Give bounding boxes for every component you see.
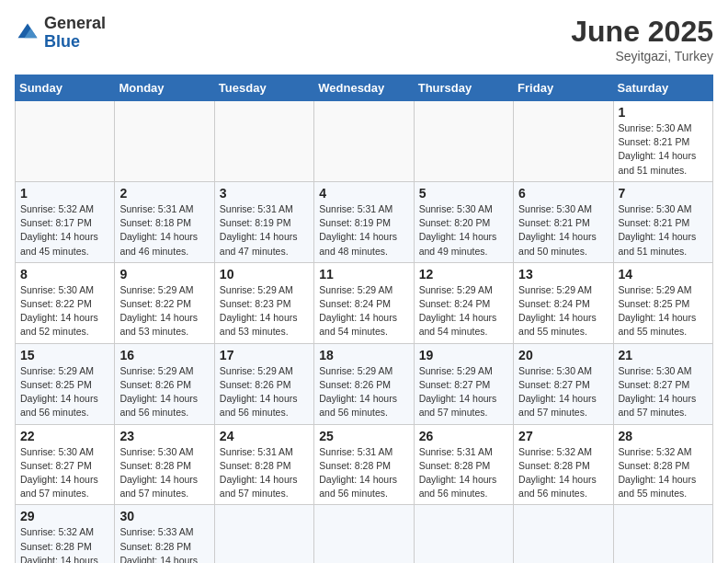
calendar-cell bbox=[314, 101, 414, 182]
location-subtitle: Seyitgazi, Turkey bbox=[571, 49, 713, 63]
day-number: 11 bbox=[319, 267, 408, 282]
calendar-cell: 13 Sunrise: 5:29 AM Sunset: 8:24 PM Dayl… bbox=[514, 262, 613, 343]
calendar-header: Sunday Monday Tuesday Wednesday Thursday… bbox=[16, 75, 713, 101]
day-info: Sunrise: 5:29 AM Sunset: 8:27 PM Dayligh… bbox=[419, 364, 508, 420]
day-info: Sunrise: 5:30 AM Sunset: 8:27 PM Dayligh… bbox=[619, 364, 708, 420]
col-tuesday: Tuesday bbox=[214, 75, 313, 101]
calendar-cell: 10 Sunrise: 5:29 AM Sunset: 8:23 PM Dayl… bbox=[214, 262, 313, 343]
col-wednesday: Wednesday bbox=[314, 75, 414, 101]
day-info: Sunrise: 5:33 AM Sunset: 8:28 PM Dayligh… bbox=[119, 525, 209, 563]
day-number: 21 bbox=[619, 348, 708, 362]
calendar-cell: 17 Sunrise: 5:29 AM Sunset: 8:26 PM Dayl… bbox=[214, 343, 313, 424]
calendar-cell: 26 Sunrise: 5:31 AM Sunset: 8:28 PM Dayl… bbox=[414, 424, 513, 505]
day-info: Sunrise: 5:31 AM Sunset: 8:28 PM Dayligh… bbox=[419, 445, 508, 501]
day-info: Sunrise: 5:31 AM Sunset: 8:18 PM Dayligh… bbox=[119, 202, 209, 259]
day-info: Sunrise: 5:29 AM Sunset: 8:26 PM Dayligh… bbox=[119, 364, 209, 420]
day-info: Sunrise: 5:30 AM Sunset: 8:27 PM Dayligh… bbox=[20, 445, 109, 501]
day-info: Sunrise: 5:29 AM Sunset: 8:24 PM Dayligh… bbox=[518, 283, 608, 339]
col-monday: Monday bbox=[115, 75, 214, 101]
day-info: Sunrise: 5:30 AM Sunset: 8:27 PM Dayligh… bbox=[518, 364, 608, 420]
day-info: Sunrise: 5:31 AM Sunset: 8:28 PM Dayligh… bbox=[319, 445, 408, 501]
calendar-cell: 23 Sunrise: 5:30 AM Sunset: 8:28 PM Dayl… bbox=[115, 424, 214, 505]
calendar-cell: 6 Sunrise: 5:30 AM Sunset: 8:21 PM Dayli… bbox=[514, 181, 613, 262]
col-thursday: Thursday bbox=[414, 75, 513, 101]
day-info: Sunrise: 5:31 AM Sunset: 8:19 PM Dayligh… bbox=[220, 202, 309, 259]
calendar-cell: 11 Sunrise: 5:29 AM Sunset: 8:24 PM Dayl… bbox=[314, 262, 414, 343]
day-number: 14 bbox=[619, 267, 708, 282]
month-title: June 2025 bbox=[571, 15, 713, 49]
logo-blue: Blue bbox=[44, 32, 80, 51]
calendar-cell: 21 Sunrise: 5:30 AM Sunset: 8:27 PM Dayl… bbox=[613, 343, 712, 424]
day-number: 19 bbox=[419, 348, 508, 362]
calendar-cell: 29 Sunrise: 5:32 AM Sunset: 8:28 PM Dayl… bbox=[16, 505, 115, 563]
logo-general: General bbox=[44, 14, 106, 32]
day-info: Sunrise: 5:29 AM Sunset: 8:25 PM Dayligh… bbox=[20, 364, 109, 420]
day-info: Sunrise: 5:30 AM Sunset: 8:28 PM Dayligh… bbox=[119, 445, 209, 501]
calendar-cell bbox=[414, 505, 513, 563]
calendar-cell: 22 Sunrise: 5:30 AM Sunset: 8:27 PM Dayl… bbox=[16, 424, 115, 505]
day-number: 13 bbox=[518, 267, 608, 282]
day-number: 24 bbox=[220, 429, 309, 443]
calendar-cell: 2 Sunrise: 5:31 AM Sunset: 8:18 PM Dayli… bbox=[115, 181, 214, 262]
calendar-week-1: 1 Sunrise: 5:32 AM Sunset: 8:17 PM Dayli… bbox=[16, 181, 713, 262]
day-number: 1 bbox=[619, 105, 708, 120]
day-number: 9 bbox=[119, 267, 209, 282]
calendar-cell bbox=[414, 101, 513, 182]
day-number: 3 bbox=[220, 186, 309, 201]
day-number: 18 bbox=[319, 348, 408, 362]
calendar-cell: 9 Sunrise: 5:29 AM Sunset: 8:22 PM Dayli… bbox=[115, 262, 214, 343]
header-row: Sunday Monday Tuesday Wednesday Thursday… bbox=[16, 75, 713, 101]
calendar-week-0: 1 Sunrise: 5:30 AM Sunset: 8:21 PM Dayli… bbox=[16, 101, 713, 182]
col-friday: Friday bbox=[514, 75, 613, 101]
day-number: 30 bbox=[119, 509, 209, 523]
day-number: 16 bbox=[119, 348, 209, 362]
day-info: Sunrise: 5:29 AM Sunset: 8:23 PM Dayligh… bbox=[220, 283, 309, 339]
calendar-cell bbox=[514, 505, 613, 563]
day-info: Sunrise: 5:29 AM Sunset: 8:26 PM Dayligh… bbox=[220, 364, 309, 420]
calendar-cell: 20 Sunrise: 5:30 AM Sunset: 8:27 PM Dayl… bbox=[514, 343, 613, 424]
day-info: Sunrise: 5:31 AM Sunset: 8:28 PM Dayligh… bbox=[220, 445, 309, 501]
calendar-cell: 25 Sunrise: 5:31 AM Sunset: 8:28 PM Dayl… bbox=[314, 424, 414, 505]
day-number: 2 bbox=[119, 186, 209, 201]
day-number: 28 bbox=[619, 429, 708, 443]
calendar-cell: 1 Sunrise: 5:30 AM Sunset: 8:21 PM Dayli… bbox=[613, 101, 712, 182]
calendar-cell: 24 Sunrise: 5:31 AM Sunset: 8:28 PM Dayl… bbox=[214, 424, 313, 505]
day-info: Sunrise: 5:29 AM Sunset: 8:25 PM Dayligh… bbox=[619, 283, 708, 339]
day-number: 17 bbox=[220, 348, 309, 362]
calendar-cell bbox=[214, 505, 313, 563]
day-number: 27 bbox=[518, 429, 608, 443]
day-number: 10 bbox=[220, 267, 309, 282]
calendar-week-3: 15 Sunrise: 5:29 AM Sunset: 8:25 PM Dayl… bbox=[16, 343, 713, 424]
calendar-cell bbox=[115, 101, 214, 182]
day-info: Sunrise: 5:32 AM Sunset: 8:17 PM Dayligh… bbox=[20, 202, 109, 259]
logo-text: General Blue bbox=[44, 15, 106, 52]
page-header: General Blue June 2025 Seyitgazi, Turkey bbox=[15, 15, 713, 63]
day-number: 23 bbox=[119, 429, 209, 443]
calendar-table: Sunday Monday Tuesday Wednesday Thursday… bbox=[15, 75, 713, 563]
day-info: Sunrise: 5:31 AM Sunset: 8:19 PM Dayligh… bbox=[319, 202, 408, 259]
day-number: 7 bbox=[619, 186, 708, 201]
day-number: 22 bbox=[20, 429, 109, 443]
calendar-cell: 15 Sunrise: 5:29 AM Sunset: 8:25 PM Dayl… bbox=[16, 343, 115, 424]
day-info: Sunrise: 5:29 AM Sunset: 8:22 PM Dayligh… bbox=[119, 283, 209, 339]
calendar-cell: 5 Sunrise: 5:30 AM Sunset: 8:20 PM Dayli… bbox=[414, 181, 513, 262]
day-info: Sunrise: 5:30 AM Sunset: 8:21 PM Dayligh… bbox=[518, 202, 608, 259]
logo: General Blue bbox=[15, 15, 106, 52]
calendar-cell bbox=[314, 505, 414, 563]
calendar-week-5: 29 Sunrise: 5:32 AM Sunset: 8:28 PM Dayl… bbox=[16, 505, 713, 563]
day-number: 8 bbox=[20, 267, 109, 282]
calendar-cell: 1 Sunrise: 5:32 AM Sunset: 8:17 PM Dayli… bbox=[16, 181, 115, 262]
day-info: Sunrise: 5:30 AM Sunset: 8:20 PM Dayligh… bbox=[419, 202, 508, 259]
calendar-cell: 18 Sunrise: 5:29 AM Sunset: 8:26 PM Dayl… bbox=[314, 343, 414, 424]
calendar-body: 1 Sunrise: 5:30 AM Sunset: 8:21 PM Dayli… bbox=[16, 101, 713, 564]
calendar-cell: 12 Sunrise: 5:29 AM Sunset: 8:24 PM Dayl… bbox=[414, 262, 513, 343]
calendar-cell: 16 Sunrise: 5:29 AM Sunset: 8:26 PM Dayl… bbox=[115, 343, 214, 424]
calendar-cell: 4 Sunrise: 5:31 AM Sunset: 8:19 PM Dayli… bbox=[314, 181, 414, 262]
calendar-cell bbox=[514, 101, 613, 182]
day-number: 12 bbox=[419, 267, 508, 282]
calendar-cell: 3 Sunrise: 5:31 AM Sunset: 8:19 PM Dayli… bbox=[214, 181, 313, 262]
calendar-cell: 30 Sunrise: 5:33 AM Sunset: 8:28 PM Dayl… bbox=[115, 505, 214, 563]
calendar-cell: 19 Sunrise: 5:29 AM Sunset: 8:27 PM Dayl… bbox=[414, 343, 513, 424]
title-block: June 2025 Seyitgazi, Turkey bbox=[571, 15, 713, 63]
calendar-cell: 27 Sunrise: 5:32 AM Sunset: 8:28 PM Dayl… bbox=[514, 424, 613, 505]
